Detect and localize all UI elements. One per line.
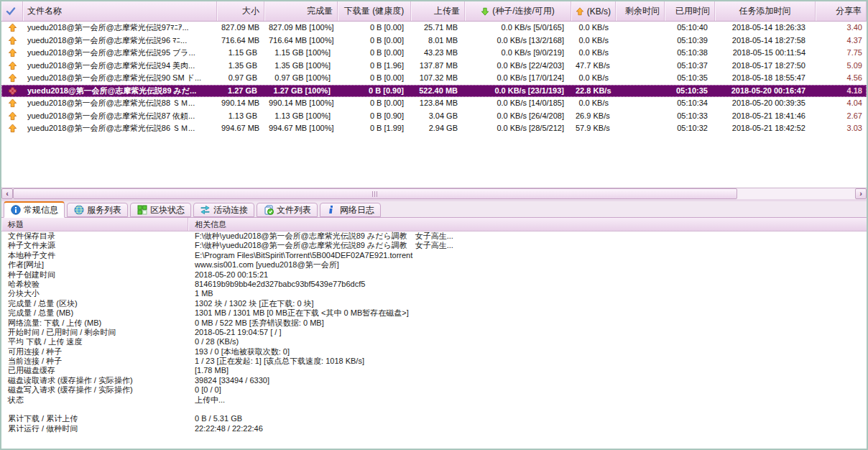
torrent-row[interactable]: yuedu2018@第一会所@志摩紫光伝説94 美肉...1.35 GB1.35… <box>1 60 867 73</box>
tab-info[interactable]: 常规信息 <box>4 201 65 218</box>
cell-added: 2018-05-21 18:42:52 <box>715 122 816 135</box>
cell-peers: 0.0 KB/s [17/0/124] <box>465 72 571 85</box>
cell-size: 0.97 GB <box>217 72 264 85</box>
column-header-download[interactable]: 下载量 (健康度) <box>338 1 411 21</box>
torrent-row[interactable]: yuedu2018@第一会所@志摩紫光伝説87 依頼...1.13 GB1.13… <box>1 110 867 123</box>
cell-added: 2018-05-18 18:55:47 <box>715 72 816 85</box>
torrent-row[interactable]: yuedu2018@第一会所@志摩紫光伝説95 ブラ...1.15 GB1.15… <box>1 47 867 60</box>
torrent-row[interactable]: yuedu2018@第一会所@志摩紫光伝説90 SM ド...0.97 GB0.… <box>1 72 867 85</box>
column-header-label: (KB/s) <box>587 6 611 17</box>
column-header-label: 文件名称 <box>27 5 62 17</box>
detail-value: 1301 MB / 1301 MB [0 MB正在下载 <其中 0 MB暂存在磁… <box>188 308 867 318</box>
cell-speed: 0.0 KB/s <box>571 22 616 35</box>
right-arrow-icon: › <box>859 190 862 198</box>
column-header-remaining[interactable]: 剩余时间 <box>616 1 665 21</box>
detail-label <box>1 405 188 414</box>
column-header-elapsed[interactable]: 已用时间 <box>665 1 715 21</box>
cell-done: 0.97 GB [100%] <box>264 72 338 85</box>
cell-size: 827.09 MB <box>217 22 264 35</box>
detail-value: www.sis001.com [yuedu2018@第一会所] <box>188 260 867 270</box>
detail-value: F:\做种\yuedu2018@第一会所@志摩紫光伝説89 みだら調教 女子高生… <box>188 231 867 241</box>
column-header-size[interactable]: 大小 <box>217 1 264 21</box>
cell-remaining <box>616 97 665 110</box>
scroll-left-button[interactable]: ‹ <box>1 188 13 199</box>
detail-row: 种子创建时间2018-05-20 00:15:21 <box>1 270 867 280</box>
tab-log[interactable]: 网络日志 <box>320 203 381 217</box>
cell-ratio: 4.56 <box>816 72 867 85</box>
cell-added: 2018-05-14 18:26:33 <box>715 22 816 35</box>
column-header-ratio[interactable]: 分享率 <box>816 1 867 21</box>
tab-label: 常规信息 <box>24 204 58 216</box>
scrollbar-track[interactable] <box>737 188 855 199</box>
detail-row: 磁盘读取请求 (缓存操作 / 实际操作)39824 [33494 / 6330] <box>1 376 867 385</box>
tab-label: 区块状态 <box>150 204 185 216</box>
cell-peers: 0.0 KB/s [5/0/165] <box>465 22 571 35</box>
column-header-label: 大小 <box>242 5 259 17</box>
column-header-speed[interactable]: (KB/s) <box>571 1 616 21</box>
detail-label: 磁盘读取请求 (缓存操作 / 实际操作) <box>1 376 188 385</box>
detail-value: 2018-05-21 19:04:57 [ / ] <box>188 328 867 337</box>
cell-remaining <box>616 122 665 135</box>
tab-blocks[interactable]: 区块状态 <box>130 203 191 217</box>
cell-download: 0 B [0.00] <box>338 35 411 47</box>
cell-size: 1.13 GB <box>217 110 264 123</box>
cell-upload: 107.32 MB <box>411 72 465 85</box>
cell-upload: 3.04 GB <box>411 110 465 123</box>
cell-speed: 26.9 KB/s <box>571 110 616 123</box>
cell-size: 994.67 MB <box>217 122 264 135</box>
detail-row: 已用磁盘缓存[1.78 MB] <box>1 366 867 375</box>
detail-value: 2018-05-20 00:15:21 <box>188 270 867 280</box>
cell-elapsed: 05:10:35 <box>665 85 715 98</box>
cell-ratio: 2.67 <box>816 110 867 123</box>
torrent-list-header: 文件名称 大小 完成量 下载量 (健康度) 上传量 (种子/连接/可用) (KB… <box>1 1 867 22</box>
bitspirit-window: 文件名称 大小 完成量 下载量 (健康度) 上传量 (种子/连接/可用) (KB… <box>0 0 868 450</box>
cell-elapsed: 05:10:32 <box>665 122 715 135</box>
column-header-peers[interactable]: (种子/连接/可用) <box>465 1 571 21</box>
detail-value: 上传中... <box>188 395 867 405</box>
scroll-right-button[interactable]: › <box>855 188 867 199</box>
detail-row: 哈希校验814619b9b9bb4e2d327babc93bf5439e77b6… <box>1 280 867 289</box>
column-header-done[interactable]: 完成量 <box>264 1 338 21</box>
detail-value: 0 B / 5.31 GB <box>188 414 867 423</box>
column-header-upload[interactable]: 上传量 <box>411 1 465 21</box>
detail-row: 平均 下载 / 上传 速度0 / 28 (KB/s) <box>1 337 867 346</box>
tab-label: 网络日志 <box>340 204 374 216</box>
cell-elapsed: 05:10:34 <box>665 97 715 110</box>
cell-done: 994.67 MB [100%] <box>264 122 338 135</box>
cell-status-icon <box>1 85 23 98</box>
torrent-row[interactable]: yuedu2018@第一会所@志摩紫光伝説86 ＳＭ...994.67 MB99… <box>1 122 867 135</box>
details-header-info[interactable]: 相关信息 <box>188 218 867 231</box>
cell-peers: 0.0 KB/s [13/2/168] <box>465 35 571 47</box>
torrent-row[interactable]: yuedu2018@第一会所@志摩紫光伝説97ﾏﾆｱ...827.09 MB82… <box>1 22 867 35</box>
column-header-name[interactable]: 文件名称 <box>23 1 217 21</box>
column-header-label: 分享率 <box>836 5 862 17</box>
cell-ratio: 3.40 <box>816 22 867 35</box>
tab-globe[interactable]: 服务列表 <box>67 203 128 217</box>
detail-row: 累计下载 / 累计上传0 B / 5.31 GB <box>1 414 867 423</box>
torrent-row[interactable]: yuedu2018@第一会所@志摩紫光伝説96 ﾏﾆ...716.64 MB71… <box>1 35 867 47</box>
cell-speed: 47.7 KB/s <box>571 60 616 73</box>
torrent-row[interactable]: yuedu2018@第一会所@志摩紫光伝説89 みだ...1.27 GB1.27… <box>1 85 867 98</box>
torrent-list-panel: 文件名称 大小 完成量 下载量 (健康度) 上传量 (种子/连接/可用) (KB… <box>1 1 867 199</box>
cell-status-icon <box>1 97 23 110</box>
log-icon <box>326 205 337 215</box>
column-header-label: 任务添加时间 <box>739 5 791 17</box>
torrent-row[interactable]: yuedu2018@第一会所@志摩紫光伝説88 ＳＭ...990.14 MB99… <box>1 97 867 110</box>
cell-speed: 0.0 KB/s <box>571 97 616 110</box>
down-arrow-green-icon <box>481 7 489 16</box>
cell-name: yuedu2018@第一会所@志摩紫光伝説89 みだ... <box>23 85 217 98</box>
info-tabbar: 常规信息服务列表区块状态活动连接文件列表网络日志 <box>1 201 867 218</box>
column-header-check[interactable] <box>1 1 23 21</box>
details-header: 标题 相关信息 <box>1 218 867 231</box>
tab-filelist[interactable]: 文件列表 <box>257 203 318 217</box>
cell-name: yuedu2018@第一会所@志摩紫光伝説96 ﾏﾆ... <box>23 35 217 47</box>
details-header-title[interactable]: 标题 <box>1 218 188 231</box>
cell-speed: 0.0 KB/s <box>571 35 616 47</box>
cell-status-icon <box>1 122 23 135</box>
cell-peers: 0.0 KB/s [14/0/185] <box>465 97 571 110</box>
tab-connections[interactable]: 活动连接 <box>193 203 254 217</box>
column-header-added[interactable]: 任务添加时间 <box>715 1 816 21</box>
cell-done: 1.15 GB [100%] <box>264 47 338 60</box>
scrollbar-thumb[interactable] <box>13 188 737 199</box>
cell-upload: 43.23 MB <box>411 47 465 60</box>
